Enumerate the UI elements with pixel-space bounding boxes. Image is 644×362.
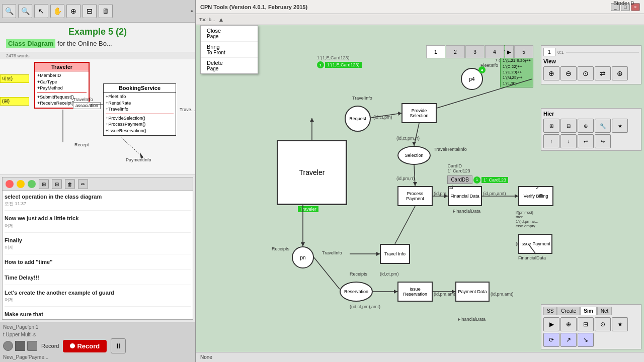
message-item-5: Time Delay!!!: [5, 274, 191, 285]
green-label-text: 1`(1,E,Card123): [317, 55, 362, 60]
svg-marker-7: [398, 112, 401, 116]
transcript-grid-btn[interactable]: ⊟: [52, 179, 62, 189]
context-menu-item-delete[interactable]: Delete Page: [201, 58, 258, 73]
svg-line-11: [414, 165, 415, 186]
upper-multi-row: t Upper Multi-s: [3, 332, 192, 337]
card-db-box[interactable]: CardDB: [447, 175, 472, 184]
hier-btn-5[interactable]: ★: [612, 119, 628, 133]
record-dot: [70, 343, 75, 348]
hier-btn-4[interactable]: 🔧: [595, 119, 611, 133]
sim-btn-8[interactable]: ↘: [578, 333, 594, 347]
page-tab-5[interactable]: 5: [514, 45, 533, 58]
transition-verify-billing[interactable]: Verify Billing: [518, 186, 553, 206]
pause-button[interactable]: ⏸: [111, 338, 126, 353]
transition-payment-data[interactable]: Payment Data: [455, 282, 490, 302]
transition-travel-info[interactable]: Travel Info: [380, 244, 410, 264]
page-tabs: 1 2 3 4 ▶ 5: [426, 45, 533, 58]
zoom-in-btn[interactable]: 🔍: [2, 4, 16, 18]
transition-provide-selection[interactable]: Provide Selection: [401, 103, 437, 123]
sim-tab-ss[interactable]: SS: [543, 307, 557, 315]
transcript-layout-btn[interactable]: ⊞: [39, 179, 49, 189]
p4-token-badge: 4: [478, 66, 486, 73]
transcript-close-btn[interactable]: [6, 180, 14, 188]
transition-issue-payment[interactable]: Issue Payment: [518, 234, 552, 254]
status-bar: None: [196, 352, 644, 362]
green-text-badge: 1`(1,E,Card123): [325, 62, 362, 68]
right-panel: CPN Tools (Version 4.0.1, February 2015)…: [196, 0, 644, 362]
toolbar-toolbox-label[interactable]: Tool b...: [199, 17, 215, 22]
hand-btn[interactable]: ✋: [50, 4, 64, 18]
context-close-sub: Page: [207, 34, 252, 39]
card-id-area: CardID 1` Card123 CardDB 1 1` Card123 cc…: [447, 163, 508, 190]
sim-btn-7[interactable]: ↗: [560, 333, 577, 347]
toolbar-arrow-up[interactable]: ▲: [218, 16, 224, 23]
transcript-trash-btn[interactable]: 🗑: [65, 179, 75, 189]
hier-btn-7[interactable]: ↓: [560, 134, 577, 148]
context-menu: Close Page Bring To Front Delete Page: [200, 25, 258, 74]
hier-btn-2[interactable]: ⊟: [560, 119, 577, 133]
page-tab-4[interactable]: 4: [485, 45, 504, 58]
page-tab-1[interactable]: 1: [426, 45, 445, 58]
page-tab-2[interactable]: 2: [446, 45, 465, 58]
sim-btn-5[interactable]: ★: [612, 317, 628, 331]
token-info-6: 1`(M,25)++: [503, 75, 531, 80]
sim-tab-create[interactable]: Create: [557, 307, 580, 315]
sim-btn-1[interactable]: ▶: [543, 317, 559, 331]
page-tab-next[interactable]: ▶: [505, 45, 514, 58]
place-request[interactable]: Request: [345, 106, 371, 132]
sim-btn-6[interactable]: ⟳: [543, 333, 559, 347]
record-button[interactable]: Record: [63, 340, 107, 352]
svg-marker-16: [515, 194, 518, 198]
sim-btn-4[interactable]: ⊙: [595, 317, 611, 331]
transcript-max-btn[interactable]: [28, 180, 36, 188]
hier-buttons-row2: ↑ ↓ ↩ ↪: [543, 134, 639, 148]
hier-btn-9[interactable]: ↪: [595, 134, 611, 148]
view-count: 1: [543, 48, 555, 56]
monitor-btn[interactable]: 🖥: [99, 4, 113, 18]
sim-tab-net[interactable]: Net: [597, 307, 612, 315]
view-zoom-out-btn[interactable]: ⊖: [560, 66, 577, 80]
transition-issue-reservation[interactable]: Issue Reservation: [397, 282, 433, 302]
search-btn[interactable]: ⊕: [66, 4, 80, 18]
transcript-messages-container: select operation in the class diagram 오전…: [3, 191, 193, 319]
place-reservation[interactable]: Reservation: [340, 282, 373, 302]
record-rect-icon[interactable]: [27, 341, 37, 351]
substitution-traveler[interactable]: Traveler: [277, 140, 347, 205]
transition-process-payment[interactable]: Process Payment: [397, 186, 433, 206]
place-selection[interactable]: Selection: [397, 146, 431, 165]
view-zoom-fit-btn[interactable]: ⊙: [578, 66, 594, 80]
record-square-icon[interactable]: [15, 341, 25, 351]
svg-marker-18: [301, 242, 305, 246]
crop-btn[interactable]: ⊟: [83, 4, 97, 18]
arc-id-pm-rr: (id,pm,rr): [396, 176, 415, 181]
hier-btn-1[interactable]: ⊞: [543, 119, 559, 133]
cursor-btn[interactable]: ↖: [34, 4, 48, 18]
page-tab-3[interactable]: 3: [465, 45, 485, 58]
context-menu-item-bring[interactable]: Bring To Front: [201, 42, 258, 58]
view-zoom-in-btn[interactable]: ⊕: [543, 66, 559, 80]
sim-tab-sim[interactable]: Sim: [580, 307, 596, 315]
hier-btn-6[interactable]: ↑: [543, 134, 559, 148]
hier-btn-8[interactable]: ↩: [578, 134, 594, 148]
class-diagram-area: 네모) (원) Traveler +MemberID +CarType +Pay…: [0, 59, 195, 175]
transcript-edit-btn[interactable]: ✏: [78, 179, 88, 189]
binder-label: Binder 0: [613, 0, 634, 6]
view-label: View: [543, 58, 639, 64]
hier-btn-3[interactable]: ⊕: [578, 119, 594, 133]
sim-btn-3[interactable]: ⊟: [578, 317, 594, 331]
sim-btn-2[interactable]: ⊕: [560, 317, 577, 331]
financial-data2-arc-label: FinancialData: [518, 255, 546, 260]
zoom-out-btn[interactable]: 🔍: [18, 4, 32, 18]
transcript-min-btn[interactable]: [17, 180, 25, 188]
place-request-label: Request: [349, 116, 366, 121]
context-menu-item-close[interactable]: Close Page: [201, 26, 258, 42]
place-pn[interactable]: pn: [292, 246, 314, 268]
subtitle-class: Class Diagram: [6, 39, 55, 48]
transition-travel-info-label: Travel Info: [384, 251, 406, 256]
record-circle-icon[interactable]: [3, 341, 13, 351]
note-label-1: 네모): [0, 74, 29, 83]
view-nav-btn[interactable]: ⇄: [595, 66, 611, 80]
view-separator: [566, 52, 639, 53]
booking-service-box[interactable]: BookingService +FleetInfo +RentalRate +T…: [103, 83, 176, 136]
view-help-btn[interactable]: ⊛: [612, 66, 628, 80]
